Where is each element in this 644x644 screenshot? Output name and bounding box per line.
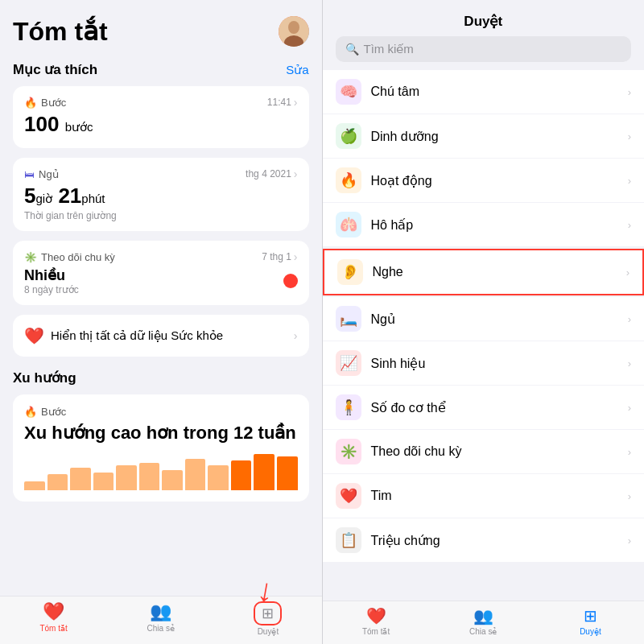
right-chiase-icon: 👥	[473, 606, 493, 625]
menu-item-sinh-hiệu[interactable]: 📈 Sinh hiệu ›	[323, 341, 645, 386]
avatar[interactable]	[279, 16, 309, 47]
menu-item-triệu-chứng[interactable]: 📋 Triệu chứng ›	[323, 518, 645, 563]
menu-item-số-đo-cơ-thể[interactable]: 🧍 Số đo cơ thể ›	[323, 386, 645, 430]
menu-item-hoạt-động[interactable]: 🔥 Hoạt động ›	[323, 159, 645, 203]
menu-item-left: 🍏 Dinh dưỡng	[336, 123, 439, 149]
sleep-label: 🛏 Ngủ	[24, 168, 59, 180]
menu-item-left: 👂 Nghe	[337, 259, 403, 285]
steps-value: 100 bước	[24, 112, 298, 137]
cycle-card[interactable]: ✳️ Theo dõi chu kỳ 7 thg 1 › Nhiều 8 ngà…	[13, 241, 309, 305]
menu-icon: 🧍	[336, 394, 361, 420]
trend-steps-label: 🔥 Bước	[24, 406, 298, 418]
menu-icon: 📋	[336, 527, 361, 553]
menu-item-label: Nghe	[373, 265, 403, 279]
menu-item-label: Theo dõi chu kỳ	[371, 444, 462, 459]
right-duyet-icon: ⊞	[584, 606, 597, 625]
menu-item-left: 📋 Triệu chứng	[336, 527, 440, 553]
trend-steps-value: Xu hướng cao hơn trong 12 tuần	[24, 423, 298, 444]
menu-item-nghe[interactable]: 👂 Nghe ›	[323, 249, 645, 295]
chiase-nav-label: Chia sẻ	[147, 624, 175, 633]
trends-section: Xu hướng 🔥 Bước Xu hướng cao hơn trong 1…	[13, 369, 309, 502]
menu-item-label: Hoạt động	[371, 173, 432, 188]
menu-chevron: ›	[628, 175, 631, 187]
menu-icon: 🔥	[336, 167, 361, 193]
trends-label: Xu hướng	[13, 369, 76, 386]
menu-item-label: Chú tâm	[371, 85, 419, 99]
cycle-label: ✳️ Theo dõi chu kỳ	[24, 251, 115, 263]
menu-icon: 👂	[337, 259, 363, 285]
menu-item-hô-hấp[interactable]: 🫁 Hô hấp ›	[323, 203, 645, 247]
show-all-card[interactable]: ❤️ Hiển thị tất cả dữ liệu Sức khỏe ›	[13, 315, 309, 357]
right-nav-duyet[interactable]: ⊞ Duyệt	[537, 606, 644, 636]
menu-item-left: 🫁 Hô hấp	[336, 212, 414, 237]
search-placeholder: Tìm kiếm	[364, 42, 414, 56]
nav-item-chiase[interactable]: 👥 Chia sẻ	[107, 601, 214, 636]
cycle-sub: 8 ngày trước	[24, 284, 79, 295]
edit-button[interactable]: Sửa	[286, 63, 308, 77]
menu-item-tim[interactable]: ❤️ Tim ›	[323, 474, 645, 518]
cycle-value: Nhiều	[24, 266, 79, 284]
heart-icon: ❤️	[24, 326, 44, 345]
menu-item-label: Dinh dưỡng	[371, 129, 439, 144]
menu-chevron: ›	[628, 490, 631, 502]
right-title: Duyệt	[464, 14, 502, 29]
left-panel: Tóm tắt Mục ưa thích Sửa 🔥 Bước	[0, 0, 322, 644]
left-bottom-nav: ❤️ Tóm tắt 👥 Chia sẻ ⊞ Duyệt	[0, 596, 322, 644]
left-scroll: Tóm tắt Mục ưa thích Sửa 🔥 Bước	[0, 0, 322, 596]
menu-item-label: Triệu chứng	[371, 533, 440, 548]
sleep-card[interactable]: 🛏 Ngủ thg 4 2021 › 5giờ 21phút Thời gian…	[13, 158, 309, 231]
right-nav-chiase[interactable]: 👥 Chia sẻ	[430, 606, 537, 636]
menu-item-left: ✳️ Theo dõi chu kỳ	[336, 439, 462, 464]
menu-item-left: ❤️ Tim	[336, 483, 392, 509]
menu-item-label: Tim	[371, 489, 392, 503]
trend-card[interactable]: 🔥 Bước Xu hướng cao hơn trong 12 tuần	[13, 394, 309, 502]
bar-1	[47, 474, 68, 490]
menu-icon: ✳️	[336, 439, 361, 464]
menu-item-label: Số đo cơ thể	[371, 400, 446, 415]
left-header: Tóm tắt	[13, 16, 309, 47]
svg-point-1	[288, 21, 299, 34]
bar-5	[139, 463, 160, 490]
left-bottom-area: ↓ ❤️ Tóm tắt 👥 Chia sẻ ⊞ Duyệt	[0, 596, 322, 644]
menu-icon: 🛏️	[336, 306, 361, 332]
right-duyet-label: Duyệt	[580, 627, 601, 636]
bar-6	[162, 470, 183, 490]
menu-item-left: 🛏️ Ngủ	[336, 306, 395, 332]
menu-item-theo-dõi-chu-kỳ[interactable]: ✳️ Theo dõi chu kỳ ›	[323, 430, 645, 474]
menu-icon: 🧠	[336, 79, 361, 105]
right-header: Duyệt	[323, 0, 645, 36]
menu-chevron: ›	[628, 130, 631, 142]
bar-10	[254, 454, 275, 490]
menu-chevron: ›	[628, 446, 631, 458]
menu-icon: 🍏	[336, 123, 361, 149]
cycle-dot	[283, 274, 298, 288]
bar-8	[208, 465, 229, 490]
menu-chevron: ›	[628, 357, 631, 369]
tomtat-nav-label: Tóm tắt	[39, 624, 67, 633]
menu-item-left: 🧍 Số đo cơ thể	[336, 394, 446, 420]
menu-item-dinh-dưỡng[interactable]: 🍏 Dinh dưỡng ›	[323, 114, 645, 159]
nav-item-tomtat[interactable]: ❤️ Tóm tắt	[0, 601, 107, 636]
menu-item-chú-tâm[interactable]: 🧠 Chú tâm ›	[323, 70, 645, 114]
menu-item-ngủ[interactable]: 🛏️ Ngủ ›	[323, 297, 645, 341]
sleep-value: 5giờ 21phút	[24, 184, 298, 208]
right-bottom-nav: ❤️ Tóm tắt 👥 Chia sẻ ⊞ Duyệt	[323, 601, 645, 644]
menu-chevron: ›	[626, 266, 630, 279]
bar-0	[24, 481, 45, 490]
favorites-label: Mục ưa thích	[13, 61, 97, 78]
favorites-section-header: Mục ưa thích Sửa	[13, 61, 309, 78]
menu-item-left: 🧠 Chú tâm	[336, 79, 419, 105]
menu-chevron: ›	[628, 402, 631, 414]
right-chiase-label: Chia sẻ	[469, 627, 497, 636]
bar-3	[93, 473, 114, 491]
steps-card[interactable]: 🔥 Bước 11:41 › 100 bước	[13, 86, 309, 148]
page-title: Tóm tắt	[13, 16, 108, 47]
right-tomtat-label: Tóm tắt	[362, 627, 390, 636]
sleep-time: thg 4 2021 ›	[246, 167, 297, 180]
search-bar[interactable]: 🔍 Tìm kiếm	[336, 36, 632, 62]
menu-icon: ❤️	[336, 483, 361, 509]
cycle-time: 7 thg 1 ›	[262, 250, 297, 263]
steps-time: 11:41 ›	[267, 96, 298, 109]
cycle-row: Nhiều 8 ngày trước	[24, 266, 298, 295]
right-nav-tomtat[interactable]: ❤️ Tóm tắt	[323, 606, 430, 636]
